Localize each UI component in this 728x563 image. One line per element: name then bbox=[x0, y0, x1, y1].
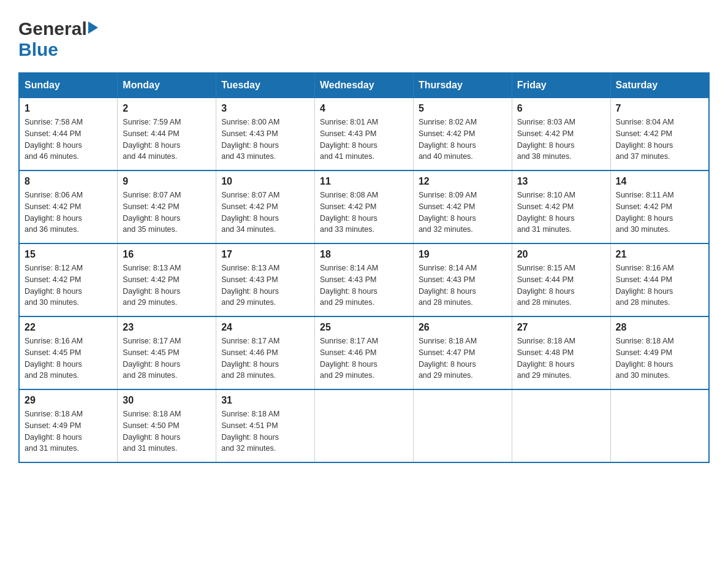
day-info: Sunrise: 8:16 AMSunset: 4:45 PMDaylight:… bbox=[25, 335, 112, 381]
day-of-week-friday: Friday bbox=[512, 73, 610, 98]
calendar-cell: 24Sunrise: 8:17 AMSunset: 4:46 PMDayligh… bbox=[216, 316, 315, 389]
day-info: Sunrise: 8:18 AMSunset: 4:47 PMDaylight:… bbox=[419, 335, 507, 381]
day-number: 22 bbox=[25, 322, 112, 333]
week-row-1: 1Sunrise: 7:58 AMSunset: 4:44 PMDaylight… bbox=[19, 98, 709, 170]
day-of-week-saturday: Saturday bbox=[610, 73, 709, 98]
logo-blue-text: Blue bbox=[18, 39, 58, 59]
day-info: Sunrise: 8:00 AMSunset: 4:43 PMDaylight:… bbox=[221, 117, 309, 163]
day-number: 24 bbox=[221, 322, 309, 333]
logo: General Blue bbox=[18, 18, 99, 60]
day-number: 31 bbox=[221, 395, 309, 406]
calendar-cell: 15Sunrise: 8:12 AMSunset: 4:42 PMDayligh… bbox=[19, 243, 118, 316]
calendar-cell: 10Sunrise: 8:07 AMSunset: 4:42 PMDayligh… bbox=[216, 170, 315, 243]
calendar-cell: 4Sunrise: 8:01 AMSunset: 4:43 PMDaylight… bbox=[315, 98, 414, 170]
calendar-cell bbox=[512, 389, 610, 462]
day-info: Sunrise: 8:14 AMSunset: 4:43 PMDaylight:… bbox=[320, 262, 408, 308]
logo-general-text: General bbox=[18, 18, 87, 39]
day-number: 14 bbox=[616, 176, 703, 187]
day-info: Sunrise: 8:06 AMSunset: 4:42 PMDaylight:… bbox=[25, 190, 112, 236]
calendar-cell: 25Sunrise: 8:17 AMSunset: 4:46 PMDayligh… bbox=[315, 316, 414, 389]
day-number: 25 bbox=[320, 322, 408, 333]
day-of-week-wednesday: Wednesday bbox=[315, 73, 414, 98]
calendar-cell: 9Sunrise: 8:07 AMSunset: 4:42 PMDaylight… bbox=[118, 170, 216, 243]
calendar-cell: 30Sunrise: 8:18 AMSunset: 4:50 PMDayligh… bbox=[118, 389, 216, 462]
day-number: 26 bbox=[419, 322, 507, 333]
calendar-cell: 22Sunrise: 8:16 AMSunset: 4:45 PMDayligh… bbox=[19, 316, 118, 389]
calendar-cell: 23Sunrise: 8:17 AMSunset: 4:45 PMDayligh… bbox=[118, 316, 216, 389]
day-number: 7 bbox=[616, 103, 703, 114]
day-info: Sunrise: 8:09 AMSunset: 4:42 PMDaylight:… bbox=[419, 190, 507, 236]
calendar-cell: 13Sunrise: 8:10 AMSunset: 4:42 PMDayligh… bbox=[512, 170, 610, 243]
day-number: 23 bbox=[123, 322, 211, 333]
day-info: Sunrise: 8:07 AMSunset: 4:42 PMDaylight:… bbox=[123, 190, 211, 236]
day-number: 9 bbox=[123, 176, 211, 187]
day-number: 16 bbox=[123, 249, 211, 260]
day-info: Sunrise: 8:18 AMSunset: 4:49 PMDaylight:… bbox=[25, 408, 112, 454]
calendar-cell bbox=[413, 389, 512, 462]
day-info: Sunrise: 8:03 AMSunset: 4:42 PMDaylight:… bbox=[517, 117, 605, 163]
day-info: Sunrise: 8:18 AMSunset: 4:48 PMDaylight:… bbox=[517, 335, 605, 381]
calendar-header: SundayMondayTuesdayWednesdayThursdayFrid… bbox=[19, 73, 709, 98]
day-info: Sunrise: 8:17 AMSunset: 4:46 PMDaylight:… bbox=[221, 335, 309, 381]
day-info: Sunrise: 8:12 AMSunset: 4:42 PMDaylight:… bbox=[25, 262, 112, 308]
calendar-cell: 29Sunrise: 8:18 AMSunset: 4:49 PMDayligh… bbox=[19, 389, 118, 462]
calendar-cell: 31Sunrise: 8:18 AMSunset: 4:51 PMDayligh… bbox=[216, 389, 315, 462]
calendar-cell: 17Sunrise: 8:13 AMSunset: 4:43 PMDayligh… bbox=[216, 243, 315, 316]
day-info: Sunrise: 8:11 AMSunset: 4:42 PMDaylight:… bbox=[616, 190, 703, 236]
day-info: Sunrise: 8:13 AMSunset: 4:42 PMDaylight:… bbox=[123, 262, 211, 308]
calendar-cell: 7Sunrise: 8:04 AMSunset: 4:42 PMDaylight… bbox=[610, 98, 709, 170]
day-number: 28 bbox=[616, 322, 703, 333]
day-number: 15 bbox=[25, 249, 112, 260]
day-info: Sunrise: 8:13 AMSunset: 4:43 PMDaylight:… bbox=[221, 262, 309, 308]
day-number: 10 bbox=[221, 176, 309, 187]
day-info: Sunrise: 8:17 AMSunset: 4:46 PMDaylight:… bbox=[320, 335, 408, 381]
week-row-5: 29Sunrise: 8:18 AMSunset: 4:49 PMDayligh… bbox=[19, 389, 709, 462]
day-number: 19 bbox=[419, 249, 507, 260]
day-number: 2 bbox=[123, 103, 211, 114]
day-number: 27 bbox=[517, 322, 605, 333]
day-info: Sunrise: 8:08 AMSunset: 4:42 PMDaylight:… bbox=[320, 190, 408, 236]
logo-arrow-icon bbox=[88, 21, 98, 34]
calendar-cell: 19Sunrise: 8:14 AMSunset: 4:43 PMDayligh… bbox=[413, 243, 512, 316]
day-number: 18 bbox=[320, 249, 408, 260]
calendar-cell: 20Sunrise: 8:15 AMSunset: 4:44 PMDayligh… bbox=[512, 243, 610, 316]
day-info: Sunrise: 8:18 AMSunset: 4:49 PMDaylight:… bbox=[616, 335, 703, 381]
day-info: Sunrise: 8:17 AMSunset: 4:45 PMDaylight:… bbox=[123, 335, 211, 381]
day-info: Sunrise: 8:07 AMSunset: 4:42 PMDaylight:… bbox=[221, 190, 309, 236]
page-header: General Blue bbox=[18, 18, 710, 60]
day-number: 30 bbox=[123, 395, 211, 406]
day-number: 29 bbox=[25, 395, 112, 406]
week-row-2: 8Sunrise: 8:06 AMSunset: 4:42 PMDaylight… bbox=[19, 170, 709, 243]
day-number: 11 bbox=[320, 176, 408, 187]
day-of-week-tuesday: Tuesday bbox=[216, 73, 315, 98]
calendar-cell bbox=[610, 389, 709, 462]
calendar-cell: 5Sunrise: 8:02 AMSunset: 4:42 PMDaylight… bbox=[413, 98, 512, 170]
day-of-week-sunday: Sunday bbox=[19, 73, 118, 98]
day-info: Sunrise: 8:01 AMSunset: 4:43 PMDaylight:… bbox=[320, 117, 408, 163]
calendar-cell: 12Sunrise: 8:09 AMSunset: 4:42 PMDayligh… bbox=[413, 170, 512, 243]
day-info: Sunrise: 8:02 AMSunset: 4:42 PMDaylight:… bbox=[419, 117, 507, 163]
day-number: 8 bbox=[25, 176, 112, 187]
days-of-week-row: SundayMondayTuesdayWednesdayThursdayFrid… bbox=[19, 73, 709, 98]
day-number: 13 bbox=[517, 176, 605, 187]
calendar-cell bbox=[315, 389, 414, 462]
calendar-cell: 18Sunrise: 8:14 AMSunset: 4:43 PMDayligh… bbox=[315, 243, 414, 316]
calendar-table: SundayMondayTuesdayWednesdayThursdayFrid… bbox=[18, 72, 710, 463]
day-info: Sunrise: 8:10 AMSunset: 4:42 PMDaylight:… bbox=[517, 190, 605, 236]
calendar-cell: 16Sunrise: 8:13 AMSunset: 4:42 PMDayligh… bbox=[118, 243, 216, 316]
week-row-3: 15Sunrise: 8:12 AMSunset: 4:42 PMDayligh… bbox=[19, 243, 709, 316]
day-number: 20 bbox=[517, 249, 605, 260]
calendar-cell: 28Sunrise: 8:18 AMSunset: 4:49 PMDayligh… bbox=[610, 316, 709, 389]
calendar-cell: 3Sunrise: 8:00 AMSunset: 4:43 PMDaylight… bbox=[216, 98, 315, 170]
day-of-week-monday: Monday bbox=[118, 73, 216, 98]
day-number: 6 bbox=[517, 103, 605, 114]
day-number: 3 bbox=[221, 103, 309, 114]
day-info: Sunrise: 7:58 AMSunset: 4:44 PMDaylight:… bbox=[25, 117, 112, 163]
day-info: Sunrise: 8:18 AMSunset: 4:50 PMDaylight:… bbox=[123, 408, 211, 454]
day-number: 17 bbox=[221, 249, 309, 260]
calendar-cell: 27Sunrise: 8:18 AMSunset: 4:48 PMDayligh… bbox=[512, 316, 610, 389]
calendar-body: 1Sunrise: 7:58 AMSunset: 4:44 PMDaylight… bbox=[19, 98, 709, 462]
calendar-cell: 1Sunrise: 7:58 AMSunset: 4:44 PMDaylight… bbox=[19, 98, 118, 170]
calendar-cell: 2Sunrise: 7:59 AMSunset: 4:44 PMDaylight… bbox=[118, 98, 216, 170]
day-info: Sunrise: 8:15 AMSunset: 4:44 PMDaylight:… bbox=[517, 262, 605, 308]
